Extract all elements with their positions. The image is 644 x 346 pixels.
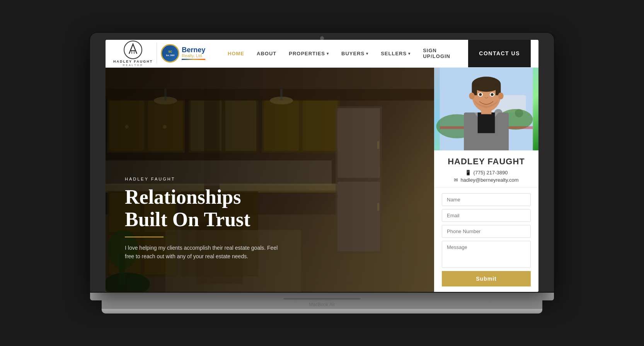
hero-title-line1: Relationships	[125, 186, 287, 208]
berney-name: Berney	[182, 46, 205, 53]
nav-item-sellers[interactable]: SELLERS ▾	[375, 40, 417, 68]
hero-divider	[125, 237, 164, 237]
name-input[interactable]	[442, 193, 531, 206]
agent-phone: 📱 (775) 217-3890	[442, 170, 531, 176]
browser-screen: HADLEY FAUGHT REALTOR SCEst. 1968 Berney…	[106, 40, 538, 292]
laptop-hinge	[283, 298, 361, 300]
hero-title: Relationships Built On Trust	[125, 186, 287, 230]
contact-us-button[interactable]: CONTACT US	[468, 40, 531, 68]
berney-badge: SCEst. 1968 Berney Realty, Ltd.	[161, 43, 196, 64]
hero-description: I love helping my clients accomplish the…	[125, 244, 287, 261]
screen-bezel: HADLEY FAUGHT REALTOR SCEst. 1968 Berney…	[90, 33, 554, 292]
nav-item-buyers[interactable]: BUYERS ▾	[335, 40, 375, 68]
svg-rect-52	[478, 112, 495, 133]
chevron-down-icon: ▾	[408, 51, 411, 56]
laptop-frame: HADLEY FAUGHT REALTOR SCEst. 1968 Berney…	[90, 33, 554, 314]
nav-item-home[interactable]: HOME	[221, 40, 250, 68]
hadley-faught-logo[interactable]: HADLEY FAUGHT REALTOR	[113, 40, 153, 66]
macbook-label: MacBook Air	[102, 300, 542, 309]
site-header: HADLEY FAUGHT REALTOR SCEst. 1968 Berney…	[106, 40, 538, 68]
agent-email: ✉ hadley@berneyrealty.com	[442, 177, 531, 183]
chevron-down-icon: ▾	[327, 51, 329, 56]
nav-item-signup[interactable]: SIGN UP/LOGIN	[417, 40, 468, 68]
phone-number: (775) 217-3890	[474, 170, 508, 176]
berney-circle-badge: SCEst. 1968	[161, 44, 179, 63]
email-address: hadley@berneyrealty.com	[460, 177, 518, 183]
agent-sidebar: HADLEY FAUGHT 📱 (775) 217-3890 ✉ hadley@…	[434, 68, 538, 292]
chevron-down-icon: ▾	[366, 51, 368, 56]
message-input[interactable]	[442, 241, 531, 268]
berney-sub-text: Realty, Ltd.	[182, 53, 205, 58]
laptop-bottom	[102, 309, 542, 314]
email-icon: ✉	[454, 177, 458, 183]
hero-main: HADLEY FAUGHT Relationships Built On Tru…	[106, 68, 434, 292]
agent-name: HADLEY FAUGHT	[442, 157, 531, 167]
berney-text: Berney Realty, Ltd.	[182, 46, 205, 60]
submit-button[interactable]: Submit	[442, 271, 531, 286]
agent-photo	[434, 68, 538, 150]
berney-underline	[182, 59, 205, 60]
hadley-logo-icon	[123, 40, 143, 60]
svg-point-62	[469, 92, 474, 99]
hero-section: HADLEY FAUGHT Relationships Built On Tru…	[106, 68, 538, 292]
email-input[interactable]	[442, 209, 531, 222]
laptop-base	[90, 292, 554, 300]
nav-item-about[interactable]: ABOUT	[250, 40, 283, 68]
agent-info: HADLEY FAUGHT 📱 (775) 217-3890 ✉ hadley@…	[434, 150, 538, 188]
phone-icon: 📱	[465, 170, 471, 176]
nav-item-properties[interactable]: PROPERTIES ▾	[283, 40, 335, 68]
phone-input[interactable]	[442, 225, 531, 238]
hero-subtitle: HADLEY FAUGHT	[125, 177, 287, 181]
svg-point-63	[498, 92, 503, 99]
hadley-sub: REALTOR	[123, 64, 143, 66]
agent-portrait-illustration	[434, 68, 538, 150]
logo-area: HADLEY FAUGHT REALTOR SCEst. 1968 Berney…	[113, 40, 221, 66]
hadley-name: HADLEY FAUGHT	[113, 60, 153, 64]
main-nav: HOME ABOUT PROPERTIES ▾ BUYERS ▾ SELLERS…	[221, 40, 468, 68]
svg-point-61	[491, 93, 494, 95]
hero-title-line2: Built On Trust	[125, 208, 287, 230]
svg-point-59	[479, 93, 482, 95]
hero-content: HADLEY FAUGHT Relationships Built On Tru…	[125, 177, 287, 261]
contact-form: Submit	[434, 188, 538, 292]
berney-logo[interactable]: SCEst. 1968 Berney Realty, Ltd.	[157, 43, 196, 64]
